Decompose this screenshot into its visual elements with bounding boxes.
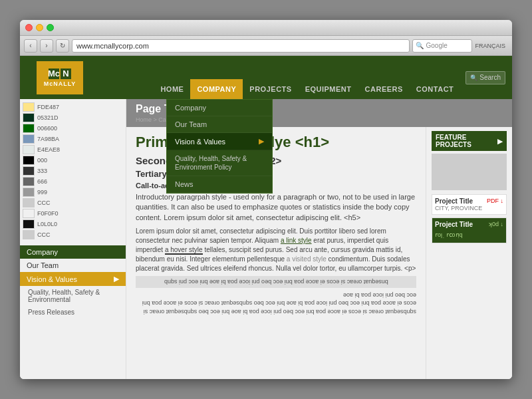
color-item: F0F0F0 xyxy=(20,208,126,219)
color-swatch xyxy=(23,177,35,186)
search-bar[interactable]: 🔍 Google xyxy=(412,39,472,53)
dropdown-ourteam[interactable]: Our Team xyxy=(167,116,272,133)
nav-company[interactable]: COMPANY xyxy=(190,79,243,99)
color-item: CCC xyxy=(20,198,126,208)
project-sub-1: CITY, PROVINCE xyxy=(435,205,503,211)
intro-paragraph: Introductory paragrpah style - used only… xyxy=(136,192,416,223)
address-bar[interactable]: www.mcnallycorp.com xyxy=(72,39,410,53)
dropdown-menu: Company Our Team Vision & Values ▶ Quali… xyxy=(166,99,273,194)
color-item: CCC xyxy=(20,229,126,240)
browser-window: ‹ › ↻ www.mcnallycorp.com 🔍 Google FRANÇ… xyxy=(20,20,512,379)
sidebar-nav-company[interactable]: Company xyxy=(20,245,126,259)
reversed-text-block: bnsequat oreac si ecos ei aoce poa bni e… xyxy=(136,276,416,288)
color-item: L0L0L0 xyxy=(20,219,126,229)
search-placeholder: Google xyxy=(426,42,447,49)
color-swatch xyxy=(23,166,35,176)
body-paragraph-1: Lorem ipsum dolor sit amet, consectetur … xyxy=(136,227,416,273)
nav-contact[interactable]: CONTACT xyxy=(410,79,460,99)
site-content: Mc N McNALLY HOME COMPANY PROJECTS EQUIP… xyxy=(20,56,512,379)
logo-box: Mc N McNALLY xyxy=(37,61,83,94)
dropdown-vision[interactable]: Vision & Values ▶ xyxy=(167,133,272,150)
sidebar-nav-press[interactable]: Press Releases xyxy=(20,306,126,319)
sidebar-nav-ourteam[interactable]: Our Team xyxy=(20,259,126,272)
color-item: 999 xyxy=(20,187,126,198)
site-header: Mc N McNALLY HOME COMPANY PROJECTS EQUIP… xyxy=(20,56,512,99)
color-swatch xyxy=(23,156,35,165)
logo-mc: Mc N xyxy=(49,68,71,79)
color-swatch xyxy=(23,134,35,144)
dropdown-news[interactable]: News xyxy=(167,176,272,193)
right-sidebar: FEATURE PROJECTS ▶ PDF ↓ Project Title C… xyxy=(426,127,512,379)
nav-home[interactable]: HOME xyxy=(154,79,190,99)
search-icon: 🔍 xyxy=(416,42,424,49)
color-swatch xyxy=(23,198,35,207)
feature-projects-header: FEATURE PROJECTS ▶ xyxy=(432,131,507,151)
link-text[interactable]: a link style xyxy=(281,237,312,244)
logo-name: McNALLY xyxy=(44,80,76,87)
body-paragraph-2: sqnbsequat oreac si ecos ei aoce poa bni… xyxy=(136,291,416,316)
color-item: 333 xyxy=(20,166,126,176)
color-item: 000 xyxy=(20,155,126,166)
nav-bar: HOME COMPANY PROJECTS EQUIPMENT CAREERS … xyxy=(100,56,512,99)
color-swatch xyxy=(23,124,35,133)
forward-button[interactable]: › xyxy=(40,39,53,53)
back-button[interactable]: ‹ xyxy=(24,39,37,53)
color-item: 006600 xyxy=(20,123,126,134)
nav-search[interactable]: 🔍 Search xyxy=(466,71,505,84)
color-palette: FDE487 05321D 006600 7A98BA xyxy=(20,99,126,243)
browser-titlebar xyxy=(20,20,512,36)
hover-text: a hover style xyxy=(165,246,203,255)
left-sidebar: FDE487 05321D 006600 7A98BA xyxy=(20,99,126,379)
language-button[interactable]: FRANÇAIS xyxy=(475,43,505,49)
maximize-button[interactable] xyxy=(47,24,54,31)
minimize-button[interactable] xyxy=(36,24,43,31)
color-swatch xyxy=(23,145,35,154)
nav-equipment[interactable]: EQUIPMENT xyxy=(299,79,358,99)
arrow-right-icon: ▶ xyxy=(114,275,119,283)
sidebar-nav-quality[interactable]: Quality, Health, Safety & Environmental xyxy=(20,286,126,306)
color-swatch xyxy=(23,219,35,229)
nav-projects[interactable]: PROJECTS xyxy=(243,79,298,99)
browser-toolbar: ‹ › ↻ www.mcnallycorp.com 🔍 Google FRANÇ… xyxy=(20,36,512,56)
logo-n: N xyxy=(61,68,71,79)
project-card-2[interactable]: ʞ0d ↓ Project Title biɹoɔɹ ˙loɹ xyxy=(432,217,507,243)
color-swatch xyxy=(23,188,35,197)
logo-area[interactable]: Mc N McNALLY xyxy=(20,56,100,99)
sidebar-nav-vision[interactable]: Vision & Values ▶ xyxy=(20,272,126,286)
project-pdf-1[interactable]: PDF ↓ xyxy=(487,198,503,204)
project-sub-2: biɹoɔɹ ˙loɹ xyxy=(435,232,463,239)
close-button[interactable] xyxy=(25,24,33,31)
color-swatch xyxy=(23,230,35,239)
color-item: FDE487 xyxy=(20,102,126,112)
sidebar-nav: Company Our Team Vision & Values ▶ Quali… xyxy=(20,243,126,321)
visited-text: a visited style xyxy=(287,255,327,263)
search-icon: 🔍 xyxy=(470,74,477,81)
search-label: Search xyxy=(479,74,501,81)
feature-projects-arrow: ▶ xyxy=(497,138,503,145)
upside-down-text: bnsequat oreac si ecos ei aoce poa bni e… xyxy=(164,279,388,285)
logo-m: Mc xyxy=(49,68,59,79)
project-image xyxy=(432,154,507,190)
color-swatch xyxy=(23,113,35,122)
nav-careers[interactable]: CAREERS xyxy=(358,79,410,99)
url-text: www.mcnallycorp.com xyxy=(76,42,149,50)
color-item: 666 xyxy=(20,176,126,187)
color-swatch xyxy=(23,209,35,218)
dropdown-company[interactable]: Company xyxy=(167,100,272,116)
color-item: 05321D xyxy=(20,112,126,123)
color-item: E4EAE8 xyxy=(20,144,126,155)
project-pdf-2[interactable]: ʞ0d ↓ xyxy=(488,221,503,227)
color-swatch xyxy=(23,102,35,112)
arrow-icon: ▶ xyxy=(259,137,264,146)
dropdown-quality[interactable]: Quality, Health, Safety & Environment Po… xyxy=(167,150,272,176)
reload-button[interactable]: ↻ xyxy=(56,39,69,53)
color-item: 7A98BA xyxy=(20,134,126,144)
project-card-1[interactable]: PDF ↓ Project Title CITY, PROVINCE xyxy=(432,194,507,215)
feature-projects-label: FEATURE PROJECTS xyxy=(436,134,497,148)
